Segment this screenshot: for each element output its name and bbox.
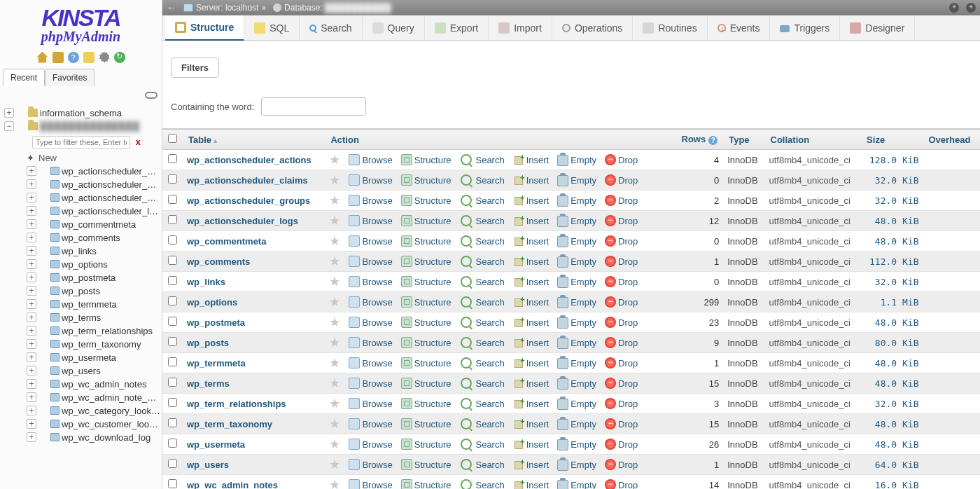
tree-table-item[interactable]: +wp_actionscheduler_actions [1, 165, 160, 178]
expand-icon[interactable]: + [27, 273, 36, 282]
expand-icon[interactable]: + [27, 193, 36, 202]
action-search[interactable]: Search [459, 295, 504, 309]
action-insert[interactable]: Insert [513, 235, 550, 247]
table-name-link[interactable]: wp_actionscheduler_actions [187, 155, 312, 165]
action-drop[interactable]: Drop [605, 459, 638, 470]
filter-input[interactable] [261, 97, 366, 116]
favorite-star-icon[interactable]: ★ [329, 356, 340, 370]
action-structure[interactable]: Structure [401, 439, 451, 450]
row-checkbox[interactable] [168, 296, 177, 305]
favorite-star-icon[interactable]: ★ [329, 457, 340, 471]
action-browse[interactable]: Browse [349, 154, 392, 165]
favorite-star-icon[interactable]: ★ [329, 437, 340, 451]
action-browse[interactable]: Browse [349, 357, 392, 369]
tab-import[interactable]: Import [489, 15, 552, 40]
tree-table-item[interactable]: +wp_term_relationships [1, 324, 160, 338]
tree-table-item[interactable]: +wp_postmeta [1, 271, 160, 284]
expand-icon[interactable]: + [27, 392, 36, 402]
table-name-link[interactable]: wp_postmeta [187, 317, 245, 328]
action-structure[interactable]: Structure [401, 459, 451, 470]
action-drop[interactable]: Drop [605, 418, 638, 429]
action-browse[interactable]: Browse [349, 174, 392, 186]
expand-icon[interactable]: + [27, 233, 36, 242]
action-empty[interactable]: Empty [557, 214, 596, 227]
action-search[interactable]: Search [459, 336, 504, 350]
tab-designer[interactable]: Designer [840, 15, 915, 40]
action-structure[interactable]: Structure [401, 154, 451, 165]
tab-export[interactable]: Export [425, 15, 489, 40]
favorite-star-icon[interactable]: ★ [329, 173, 340, 187]
action-drop[interactable]: Drop [605, 195, 638, 206]
action-empty[interactable]: Empty [557, 316, 596, 329]
tree-table-item[interactable]: +wp_wc_admin_note_actions [1, 391, 160, 404]
action-browse[interactable]: Browse [349, 256, 392, 267]
action-empty[interactable]: Empty [557, 397, 596, 410]
expand-icon[interactable]: + [27, 379, 36, 389]
expand-icon[interactable]: + [27, 286, 36, 296]
panel-link-icon[interactable] [145, 92, 158, 99]
tab-recent[interactable]: Recent [3, 69, 45, 86]
tab-triggers[interactable]: Triggers [770, 15, 840, 40]
action-structure[interactable]: Structure [401, 296, 451, 308]
col-rows[interactable]: Rows? [673, 130, 724, 150]
reload-icon[interactable] [114, 52, 125, 63]
action-search[interactable]: Search [459, 376, 504, 390]
expand-icon[interactable]: + [27, 352, 36, 362]
col-checkbox[interactable] [162, 130, 183, 150]
expand-icon[interactable]: + [27, 166, 36, 176]
back-icon[interactable]: ← [167, 2, 176, 13]
table-name-link[interactable]: wp_commentmeta [187, 236, 266, 247]
expand-icon[interactable]: + [27, 432, 36, 442]
expand-icon[interactable]: + [27, 312, 36, 322]
action-search[interactable]: Search [459, 397, 504, 411]
action-insert[interactable]: Insert [513, 459, 550, 470]
action-browse[interactable]: Browse [349, 378, 392, 389]
action-browse[interactable]: Browse [349, 398, 392, 409]
action-drop[interactable]: Drop [605, 439, 638, 450]
action-browse[interactable]: Browse [349, 195, 392, 206]
action-search[interactable]: Search [459, 173, 504, 187]
expand-icon[interactable]: + [27, 419, 36, 429]
action-insert[interactable]: Insert [513, 439, 550, 450]
expand-icon[interactable]: + [27, 339, 36, 349]
collapse-icon[interactable]: − [4, 121, 14, 131]
action-drop[interactable]: Drop [605, 378, 638, 389]
tree-db-current[interactable]: − ██████████████ [1, 120, 160, 133]
expand-icon[interactable]: + [27, 299, 36, 309]
action-insert[interactable]: Insert [513, 479, 550, 489]
action-insert[interactable]: Insert [513, 276, 550, 287]
expand-icon[interactable]: + [27, 206, 36, 216]
action-drop[interactable]: Drop [605, 337, 638, 348]
action-browse[interactable]: Browse [349, 296, 392, 308]
expand-icon[interactable]: + [27, 179, 36, 189]
table-name-link[interactable]: wp_actionscheduler_claims [187, 175, 308, 186]
action-insert[interactable]: Insert [513, 317, 550, 328]
action-insert[interactable]: Insert [513, 418, 550, 429]
sql-window-icon[interactable] [83, 52, 94, 63]
action-drop[interactable]: Drop [605, 296, 638, 308]
page-options-icon[interactable] [966, 3, 976, 13]
action-empty[interactable]: Empty [557, 458, 596, 471]
action-drop[interactable]: Drop [605, 317, 638, 328]
action-structure[interactable]: Structure [401, 418, 451, 429]
action-structure[interactable]: Structure [401, 317, 451, 328]
table-name-link[interactable]: wp_options [187, 297, 237, 308]
action-browse[interactable]: Browse [349, 337, 392, 348]
action-search[interactable]: Search [459, 457, 504, 471]
action-browse[interactable]: Browse [349, 235, 392, 247]
action-browse[interactable]: Browse [349, 479, 392, 489]
row-checkbox[interactable] [168, 439, 177, 448]
breadcrumb-server-value[interactable]: localhost [225, 3, 258, 13]
action-structure[interactable]: Structure [401, 215, 451, 226]
favorite-star-icon[interactable]: ★ [329, 336, 340, 350]
breadcrumb-db-label[interactable]: Database: [284, 3, 323, 13]
row-checkbox[interactable] [168, 337, 177, 346]
action-search[interactable]: Search [459, 417, 504, 431]
expand-icon[interactable]: + [27, 366, 36, 376]
action-insert[interactable]: Insert [513, 195, 550, 206]
row-checkbox[interactable] [168, 235, 177, 245]
tree-table-item[interactable]: +wp_actionscheduler_claims [1, 178, 160, 191]
action-drop[interactable]: Drop [605, 256, 638, 267]
tree-table-item[interactable]: +wp_usermeta [1, 351, 160, 364]
logout-icon[interactable] [52, 52, 64, 63]
